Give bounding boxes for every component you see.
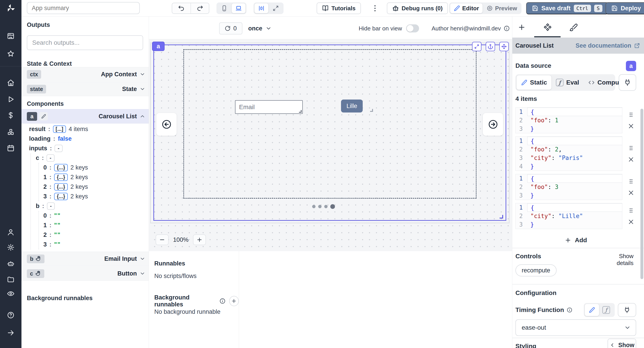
eval-mode-button[interactable]: ƒ Eval — [552, 75, 584, 90]
connect-plug-button[interactable] — [619, 74, 636, 91]
search-outputs-input[interactable] — [27, 35, 143, 50]
windmill-logo[interactable] — [0, 0, 22, 16]
carousel-dot[interactable] — [324, 205, 328, 208]
drag-handle-icon[interactable] — [628, 145, 634, 152]
timing-function-select[interactable]: ease-out — [516, 319, 636, 336]
resize-handle[interactable] — [299, 110, 302, 113]
delete-item-icon[interactable] — [628, 219, 634, 225]
component-row-carousel[interactable]: a Carousel List — [22, 109, 149, 124]
tree-expand-badge[interactable]: [...] — [53, 126, 66, 133]
rail-runs-icon[interactable] — [6, 95, 15, 104]
rail-workers-icon[interactable] — [6, 259, 15, 268]
delete-item-icon[interactable] — [628, 190, 634, 196]
rail-home-icon[interactable] — [6, 78, 15, 87]
tutorials-button[interactable]: Tutorials — [317, 2, 361, 14]
more-menu-button[interactable] — [371, 4, 379, 12]
rail-resources-icon[interactable] — [6, 128, 15, 136]
component-resize-corner[interactable] — [500, 215, 503, 218]
show-styling-button[interactable]: Show — [608, 338, 636, 348]
tree-expand-badge[interactable]: - — [54, 145, 62, 152]
tree-expand-badge[interactable]: {...} — [54, 174, 68, 181]
carousel-dot[interactable] — [312, 205, 316, 208]
component-row-button[interactable]: c Button — [22, 266, 149, 281]
resize-handle[interactable] — [370, 109, 373, 112]
carousel-next-button[interactable] — [483, 113, 503, 136]
hide-bar-toggle[interactable] — [406, 24, 419, 32]
chevron-down-icon[interactable] — [140, 256, 145, 262]
component-row-email-input[interactable]: b Email Input — [22, 252, 149, 266]
chevron-down-icon[interactable] — [140, 270, 145, 276]
rail-settings-icon[interactable] — [6, 243, 15, 252]
chevron-down-icon[interactable] — [140, 86, 145, 92]
info-icon[interactable] — [219, 298, 226, 304]
rail-users-icon[interactable] — [6, 228, 15, 236]
undo-button[interactable] — [172, 3, 190, 14]
preview-tab[interactable]: Preview — [483, 3, 520, 13]
tree-expand-badge[interactable]: {...} — [54, 183, 68, 190]
delete-item-icon[interactable] — [628, 156, 634, 162]
deploy-button[interactable]: Deploy — [606, 2, 644, 14]
redo-button[interactable] — [190, 3, 209, 14]
json-item-editor[interactable]: 1{2"foo": 13} — [516, 107, 622, 133]
tree-expand-badge[interactable]: {...} — [54, 164, 68, 171]
fullwidth-button[interactable] — [269, 3, 283, 13]
app-summary-input[interactable] — [27, 2, 140, 14]
carousel-dot-active[interactable] — [330, 204, 335, 209]
connect-plug-button[interactable] — [618, 303, 636, 317]
drag-handle-icon[interactable] — [628, 112, 634, 118]
rail-audit-logs-icon[interactable] — [6, 289, 15, 298]
rail-folders-icon[interactable] — [6, 275, 15, 284]
refresh-count-button[interactable]: 0 — [219, 22, 242, 34]
rail-favorites-icon[interactable] — [6, 49, 15, 58]
eval-mode-button[interactable]: ƒ — [599, 304, 613, 316]
center-align-button[interactable] — [254, 3, 268, 13]
recompute-button[interactable]: recompute — [516, 264, 556, 276]
delete-item-icon[interactable] — [628, 123, 634, 129]
json-item-editor[interactable]: 1{2"foo": 33} — [516, 174, 622, 200]
json-item-editor[interactable]: 1{2"foo": 2,3"city": "Paris"4} — [516, 136, 622, 171]
chevron-down-icon[interactable] — [140, 71, 145, 77]
json-item-editor[interactable]: 1{2"city": "Lille"3} — [516, 203, 622, 229]
add-background-runnable-button[interactable] — [229, 296, 239, 306]
editor-tab[interactable]: Editor — [450, 3, 482, 13]
expand-handle-button[interactable] — [472, 42, 482, 51]
zoom-in-button[interactable] — [193, 234, 206, 245]
desktop-view-button[interactable] — [232, 3, 246, 13]
info-icon[interactable] — [567, 307, 572, 313]
state-row[interactable]: state State — [22, 82, 149, 96]
anchor-handle-button[interactable] — [486, 42, 495, 51]
add-item-button[interactable]: Add — [516, 234, 636, 246]
styling-tab[interactable] — [569, 22, 578, 32]
app-canvas[interactable]: a Email Lille 100% — [149, 39, 512, 251]
email-input-component[interactable]: Email — [235, 100, 303, 114]
insert-component-tab[interactable] — [517, 22, 526, 32]
static-mode-button[interactable] — [585, 304, 599, 316]
debug-runs-button[interactable]: Debug runs (0) — [387, 2, 448, 14]
tree-expand-badge[interactable]: - — [46, 154, 54, 162]
save-draft-button[interactable]: Save draft Ctrl S — [526, 2, 608, 14]
info-icon[interactable] — [504, 25, 510, 32]
see-documentation-link[interactable]: See documentation — [576, 42, 640, 49]
carousel-dot[interactable] — [318, 205, 322, 208]
drag-handle-icon[interactable] — [628, 207, 634, 214]
mobile-view-button[interactable] — [217, 3, 231, 13]
component-settings-tab[interactable] — [543, 22, 552, 32]
rail-help-icon[interactable] — [6, 311, 15, 320]
rail-variables-icon[interactable] — [6, 111, 15, 120]
show-details-link[interactable]: Show details — [602, 253, 634, 266]
scrollbar-thumb[interactable] — [640, 109, 643, 279]
zoom-out-button[interactable] — [156, 234, 168, 245]
carousel-prev-button[interactable] — [156, 113, 177, 136]
button-component[interactable]: Lille — [341, 100, 363, 112]
rail-expand-icon[interactable] — [6, 328, 15, 337]
ctx-row[interactable]: ctx App Context — [22, 67, 149, 82]
move-handle-button[interactable] — [499, 42, 509, 51]
tree-expand-badge[interactable]: - — [47, 202, 55, 210]
carousel-item-container[interactable] — [183, 49, 476, 198]
chevron-up-icon[interactable] — [140, 114, 145, 119]
rail-schedules-icon[interactable] — [6, 144, 15, 152]
static-mode-button[interactable]: Static — [516, 75, 552, 90]
tree-expand-badge[interactable]: {...} — [54, 193, 68, 200]
schedule-dropdown[interactable]: once — [248, 22, 272, 34]
rail-apps-icon[interactable] — [6, 32, 15, 40]
